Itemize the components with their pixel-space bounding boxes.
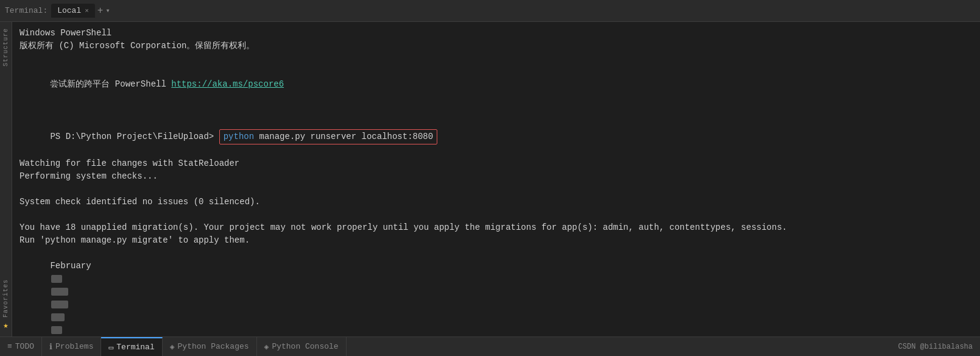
line-empty-2 bbox=[19, 104, 973, 116]
python-packages-icon: ◈ bbox=[170, 342, 175, 352]
terminal-icon: ▭ bbox=[108, 343, 113, 352]
tab-todo[interactable]: ≡ TODO bbox=[0, 337, 42, 356]
tab-close-icon[interactable]: × bbox=[85, 7, 89, 15]
tab-dropdown-icon[interactable]: ▾ bbox=[105, 6, 110, 15]
todo-label: TODO bbox=[15, 342, 34, 351]
blurred-4 bbox=[51, 313, 65, 321]
python-console-label: Python Console bbox=[272, 342, 338, 351]
terminal-main-area: Structure Favorites ★ Windows PowerShell… bbox=[0, 22, 980, 336]
command-line: PS D:\Python Project\FileUpload> python … bbox=[19, 116, 973, 157]
line-3-prefix: 尝试新的跨平台 PowerShell bbox=[50, 79, 171, 89]
csdn-attribution: CSDN @bilibalasha bbox=[898, 343, 973, 351]
python-packages-label: Python Packages bbox=[178, 342, 249, 351]
python-console-icon: ◈ bbox=[264, 342, 269, 352]
line-migrations: You have 18 unapplied migration(s). Your… bbox=[19, 221, 973, 234]
tab-problems[interactable]: ℹ Problems bbox=[42, 337, 101, 356]
command-args: manage.py runserver localhost:8080 bbox=[254, 130, 433, 143]
tab-python-packages[interactable]: ◈ Python Packages bbox=[163, 337, 257, 356]
line-system-check: System check identified no issues (0 sil… bbox=[19, 196, 973, 208]
blurred-1 bbox=[51, 275, 62, 283]
tab-add-icon[interactable]: + bbox=[97, 5, 104, 16]
left-sidebar: Structure Favorites ★ bbox=[0, 22, 12, 336]
pscore6-link[interactable]: https://aka.ms/pscore6 bbox=[171, 79, 284, 89]
structure-label: Structure bbox=[2, 28, 9, 66]
line-1: Windows PowerShell bbox=[19, 27, 973, 40]
line-february: February bbox=[19, 247, 973, 336]
tab-terminal[interactable]: ▭ Terminal bbox=[101, 337, 162, 356]
favorites-label: Favorites bbox=[2, 279, 9, 318]
line-empty-4 bbox=[19, 208, 973, 221]
problems-label: Problems bbox=[55, 342, 93, 351]
problems-icon: ℹ bbox=[49, 342, 52, 352]
blurred-5 bbox=[51, 326, 62, 334]
february-text: February bbox=[50, 261, 96, 271]
line-run-migrate: Run 'python manage.py migrate' to apply … bbox=[19, 234, 973, 247]
todo-icon: ≡ bbox=[7, 342, 12, 351]
line-2: 版权所有 (C) Microsoft Corporation。保留所有权利。 bbox=[19, 40, 973, 52]
terminal-tab-local[interactable]: Local × bbox=[51, 4, 95, 18]
tab-local-label: Local bbox=[57, 6, 81, 15]
python-keyword: python bbox=[224, 130, 254, 143]
line-watching: Watching for file changes with StatReloa… bbox=[19, 157, 973, 170]
bottom-bar: ≡ TODO ℹ Problems ▭ Terminal ◈ Python Pa… bbox=[0, 336, 980, 356]
blurred-2 bbox=[51, 288, 68, 296]
terminal-label: Terminal: bbox=[5, 6, 48, 15]
tab-python-console[interactable]: ◈ Python Console bbox=[257, 337, 347, 356]
command-box: python manage.py runserver localhost:808… bbox=[219, 129, 437, 144]
terminal-tab-label: Terminal bbox=[116, 343, 154, 352]
terminal-output: Windows PowerShell 版权所有 (C) Microsoft Co… bbox=[12, 22, 980, 336]
top-tab-bar: Terminal: Local × + ▾ bbox=[0, 0, 980, 22]
ps-prompt: PS D:\Python Project\FileUpload> bbox=[50, 132, 219, 141]
line-empty-3 bbox=[19, 183, 973, 196]
line-empty-1 bbox=[19, 52, 973, 65]
blurred-3 bbox=[51, 301, 68, 308]
line-performing: Performing system checks... bbox=[19, 170, 973, 183]
favorites-star-icon: ★ bbox=[3, 320, 8, 330]
line-3: 尝试新的跨平台 PowerShell https://aka.ms/pscore… bbox=[19, 65, 973, 104]
